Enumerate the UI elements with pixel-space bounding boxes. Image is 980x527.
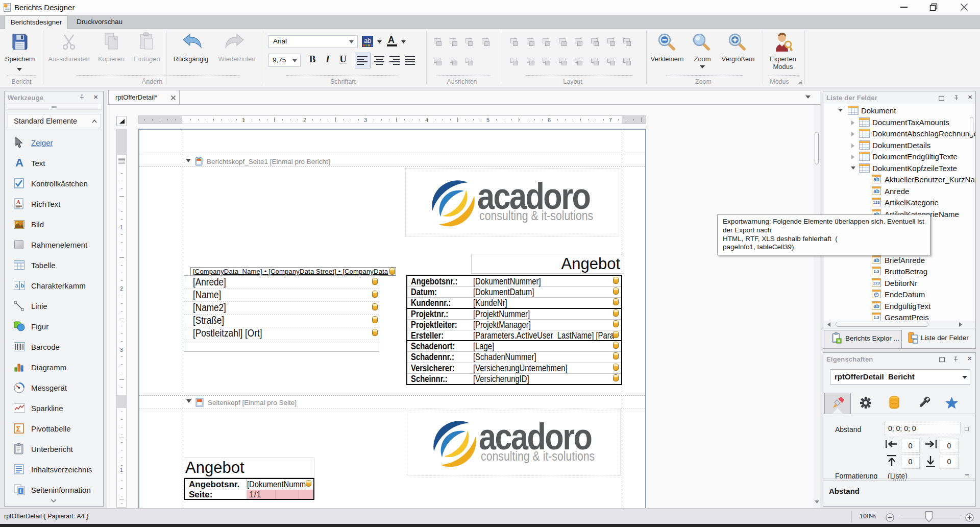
svg-text:i: i xyxy=(20,488,21,494)
svg-text:A: A xyxy=(16,199,20,205)
svg-text:b: b xyxy=(21,282,24,289)
svg-text:a: a xyxy=(15,282,19,289)
svg-text:Σ: Σ xyxy=(16,424,21,433)
